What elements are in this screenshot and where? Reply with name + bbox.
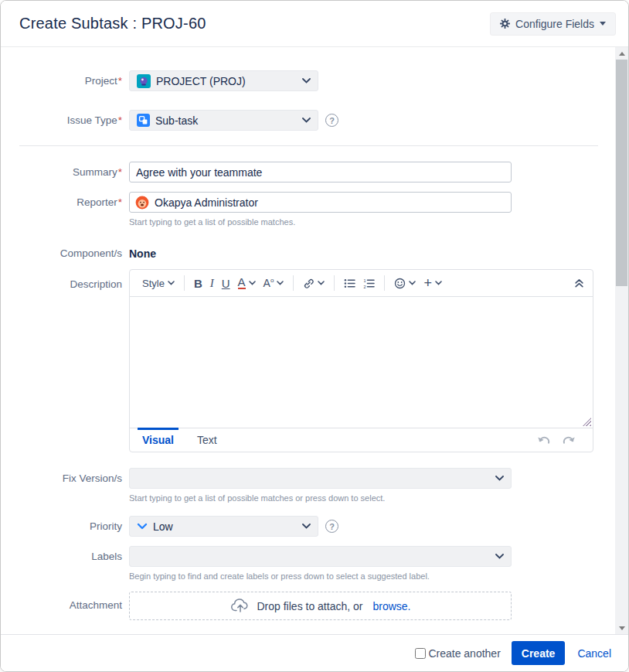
subtask-type-icon (137, 114, 150, 127)
priority-select-value: Low (153, 520, 173, 533)
chevron-down-icon (302, 118, 311, 123)
required-asterisk: * (118, 196, 122, 208)
text-styles-button[interactable]: Ao (260, 275, 288, 292)
components-value: None (129, 243, 156, 260)
vertical-scrollbar[interactable] (615, 47, 628, 634)
numbered-list-button[interactable]: 12 (359, 276, 379, 291)
project-row: Project* PROJECT (PROJ) (19, 70, 598, 91)
cancel-link[interactable]: Cancel (577, 647, 611, 660)
chevron-down-icon (302, 78, 311, 84)
configure-fields-button[interactable]: Configure Fields (490, 12, 616, 36)
configure-fields-label: Configure Fields (515, 18, 594, 30)
project-avatar-icon (137, 74, 151, 88)
required-asterisk: * (118, 114, 122, 126)
page-title: Create Subtask : PROJ-60 (19, 15, 206, 32)
scrollbar-thumb[interactable] (616, 60, 627, 286)
priority-row: Priority Low ? (19, 516, 598, 537)
underline-button[interactable]: U (218, 275, 234, 292)
issue-type-select[interactable]: Sub-task (129, 110, 318, 131)
scrollbar-up-arrow[interactable] (615, 47, 628, 60)
emoji-icon (394, 278, 406, 289)
bold-button[interactable]: B (190, 275, 206, 292)
reporter-input[interactable]: Okapya Administrator (129, 192, 512, 213)
fix-versions-select[interactable] (129, 468, 512, 489)
components-label: Component/s (19, 243, 129, 259)
plus-icon: + (423, 278, 432, 288)
toolbar-divider (334, 275, 335, 291)
required-asterisk: * (118, 75, 122, 87)
priority-low-icon (137, 523, 148, 530)
issue-type-help-icon[interactable]: ? (325, 114, 338, 127)
dialog-footer: Create another Create Cancel (1, 634, 628, 671)
scrollbar-down-arrow[interactable] (615, 622, 628, 634)
create-another-checkbox[interactable] (415, 648, 426, 659)
editor-toolbar: Style B I U A Ao (130, 270, 593, 297)
labels-row: Labels Begin typing to find and create l… (19, 546, 598, 581)
create-subtask-dialog: Create Subtask : PROJ-60 Configure Field… (0, 0, 629, 672)
gear-icon (500, 19, 510, 29)
editor-tabbar: Visual Text (130, 428, 593, 452)
undo-icon[interactable] (537, 435, 551, 445)
cloud-upload-icon (230, 599, 250, 613)
toolbar-divider (184, 275, 185, 291)
issue-type-select-value: Sub-task (155, 114, 198, 127)
create-button[interactable]: Create (512, 641, 566, 665)
chevron-down-icon (495, 554, 504, 559)
priority-label: Priority (19, 516, 129, 532)
project-select-value: PROJECT (PROJ) (156, 75, 246, 87)
project-label: Project* (19, 70, 129, 87)
text-color-button[interactable]: A (234, 275, 260, 292)
attachment-row: Attachment Drop files to attach, or brow… (19, 592, 598, 620)
summary-input[interactable] (129, 162, 512, 182)
attachment-dropzone[interactable]: Drop files to attach, or browse. (129, 592, 512, 620)
dropdown-caret-icon (600, 22, 606, 26)
svg-text:2: 2 (364, 284, 366, 288)
tab-visual[interactable]: Visual (141, 428, 175, 452)
description-label: Description (19, 269, 129, 290)
reporter-row: Reporter* Okapya Administrator Sta (19, 192, 598, 227)
style-dropdown[interactable]: Style (138, 275, 178, 292)
labels-label: Labels (19, 546, 129, 562)
dialog-body: Project* PROJECT (PROJ) Issue Type* (1, 47, 628, 634)
reporter-input-value: Okapya Administrator (155, 196, 258, 209)
priority-select[interactable]: Low (129, 516, 318, 537)
summary-label: Summary* (19, 162, 129, 178)
fix-versions-label: Fix Version/s (19, 468, 129, 484)
issue-type-row: Issue Type* Sub-task ? (19, 110, 598, 131)
emoji-button[interactable] (390, 275, 420, 292)
italic-button[interactable]: I (206, 275, 218, 292)
chevron-down-icon (302, 524, 311, 529)
link-icon (303, 278, 314, 289)
tab-text[interactable]: Text (196, 428, 219, 452)
link-button[interactable] (299, 275, 328, 292)
description-textarea[interactable] (130, 297, 593, 428)
priority-help-icon[interactable]: ? (325, 520, 338, 533)
collapse-toolbar-icon[interactable] (574, 278, 584, 288)
toolbar-divider (384, 275, 385, 291)
resize-grip[interactable] (583, 418, 591, 426)
fix-versions-row: Fix Version/s Start typing to get a list… (19, 468, 598, 503)
reporter-label: Reporter* (19, 192, 129, 208)
issue-type-label: Issue Type* (19, 110, 129, 126)
bullet-list-button[interactable] (340, 276, 359, 291)
description-editor: Style B I U A Ao (129, 269, 593, 452)
attachment-label: Attachment (19, 592, 129, 611)
chevron-down-icon (495, 476, 504, 481)
summary-row: Summary* (19, 162, 598, 182)
create-another-label: Create another (428, 647, 500, 660)
redo-icon[interactable] (562, 435, 576, 445)
fix-versions-help-text: Start typing to get a list of possible m… (129, 493, 512, 503)
numbered-list-icon: 12 (363, 278, 375, 288)
svg-text:1: 1 (364, 278, 366, 283)
labels-select[interactable] (129, 546, 512, 567)
insert-more-button[interactable]: + (420, 275, 446, 291)
description-row: Description Style B I U A (19, 269, 598, 452)
project-select[interactable]: PROJECT (PROJ) (129, 70, 318, 91)
undo-redo-group (537, 428, 593, 452)
components-row: Component/s None (19, 243, 598, 260)
reporter-help-text: Start typing to get a list of possible m… (129, 217, 512, 227)
attachment-drop-text: Drop files to attach, or (257, 600, 363, 612)
browse-link[interactable]: browse. (372, 600, 410, 612)
section-divider (19, 145, 598, 146)
labels-help-text: Begin typing to find and create labels o… (129, 571, 512, 581)
